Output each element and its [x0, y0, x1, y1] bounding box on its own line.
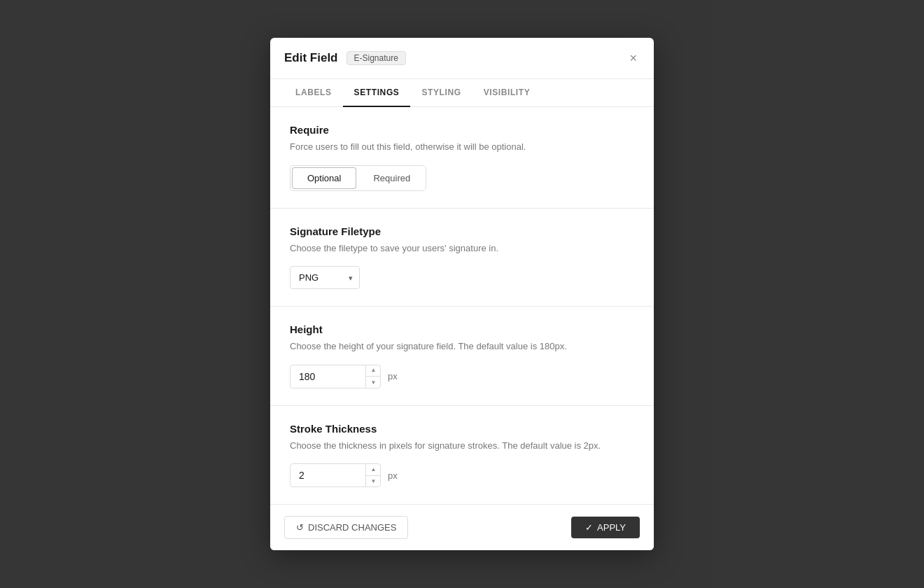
- tab-bar: LABELS SETTINGS STYLING VISIBILITY: [270, 79, 654, 107]
- stroke-spin-buttons: ▲ ▼: [365, 463, 381, 487]
- height-decrement-button[interactable]: ▼: [365, 377, 381, 388]
- height-unit-label: px: [388, 371, 398, 382]
- require-toggle-group: Optional Required: [290, 165, 426, 191]
- stroke-input-wrapper: ▲ ▼: [290, 463, 381, 487]
- tab-visibility[interactable]: VISIBILITY: [472, 79, 542, 107]
- modal-footer: ↺ DISCARD CHANGES ✓ APPLY: [270, 504, 654, 550]
- stroke-unit-label: px: [388, 470, 398, 481]
- height-section: Height Choose the height of your signatu…: [270, 307, 654, 406]
- height-input-wrapper: ▲ ▼: [290, 365, 381, 388]
- filetype-section: Signature Filetype Choose the filetype t…: [270, 209, 654, 307]
- height-spin-buttons: ▲ ▼: [365, 365, 381, 388]
- close-button[interactable]: ×: [626, 49, 640, 67]
- require-section: Require Force users to fill out this fie…: [270, 107, 654, 209]
- stroke-description: Choose the thickness in pixels for signa…: [290, 439, 634, 453]
- filetype-select-wrapper: PNG JPEG SVG ▾: [290, 266, 360, 289]
- discard-changes-button[interactable]: ↺ DISCARD CHANGES: [284, 516, 408, 539]
- edit-field-modal: Edit Field E-Signature × LABELS SETTINGS…: [270, 38, 654, 550]
- filetype-title: Signature Filetype: [290, 225, 634, 237]
- modal-body: Require Force users to fill out this fie…: [270, 107, 654, 504]
- stroke-decrement-button[interactable]: ▼: [365, 476, 381, 488]
- modal-title: Edit Field: [284, 51, 338, 65]
- tab-settings[interactable]: SETTINGS: [343, 79, 411, 107]
- stroke-increment-button[interactable]: ▲: [365, 463, 381, 476]
- required-button[interactable]: Required: [358, 166, 426, 190]
- stroke-title: Stroke Thickness: [290, 423, 634, 435]
- modal-overlay: Edit Field E-Signature × LABELS SETTINGS…: [0, 0, 924, 588]
- field-type-badge: E-Signature: [346, 51, 406, 65]
- filetype-select[interactable]: PNG JPEG SVG: [290, 266, 360, 289]
- height-increment-button[interactable]: ▲: [365, 365, 381, 377]
- require-title: Require: [290, 124, 634, 136]
- filetype-description: Choose the filetype to save your users' …: [290, 241, 634, 255]
- check-icon: ✓: [585, 522, 593, 533]
- reset-icon: ↺: [296, 522, 304, 533]
- height-input-row: ▲ ▼ px: [290, 365, 634, 388]
- modal-header: Edit Field E-Signature ×: [270, 38, 654, 79]
- tab-styling[interactable]: STYLING: [410, 79, 472, 107]
- require-description: Force users to fill out this field, othe…: [290, 140, 634, 154]
- stroke-input-row: ▲ ▼ px: [290, 463, 634, 487]
- optional-button[interactable]: Optional: [292, 167, 356, 189]
- apply-button[interactable]: ✓ APPLY: [571, 517, 640, 538]
- height-description: Choose the height of your signature fiel…: [290, 340, 634, 354]
- height-title: Height: [290, 323, 634, 335]
- tab-labels[interactable]: LABELS: [284, 79, 343, 107]
- stroke-section: Stroke Thickness Choose the thickness in…: [270, 406, 654, 505]
